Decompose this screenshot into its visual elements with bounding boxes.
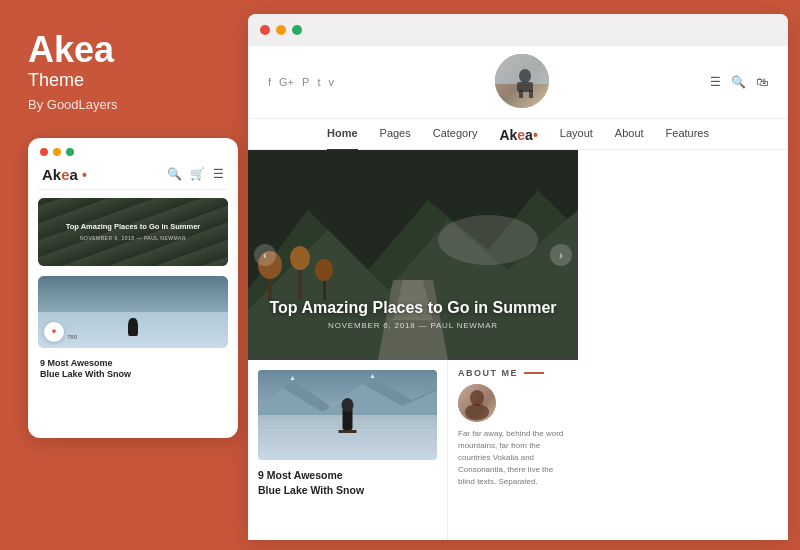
- slider-prev-button[interactable]: ‹: [254, 244, 276, 266]
- dot-yellow: [53, 148, 61, 156]
- hero-content: Top Amazing Places to Go in Summer NOVEM…: [248, 299, 578, 330]
- browser-topbar: [248, 14, 788, 46]
- nav-category[interactable]: Category: [433, 127, 478, 143]
- mobile-hero-card: Top Amazing Places to Go in Summer NOVEM…: [38, 198, 228, 266]
- figure-mobile: [128, 318, 138, 336]
- site-logo-center: [495, 54, 549, 110]
- lake-svg: [258, 370, 437, 460]
- dot-red: [40, 148, 48, 156]
- nav-home[interactable]: Home: [327, 127, 358, 143]
- googleplus-icon[interactable]: G+: [279, 76, 294, 88]
- bottom-left-title: 9 Most Awesome Blue Lake With Snow: [258, 468, 437, 497]
- social-icons: f G+ P t v: [268, 76, 334, 88]
- about-avatar-svg: [458, 384, 496, 422]
- hamburger-icon[interactable]: ☰: [710, 75, 721, 89]
- svg-rect-27: [339, 430, 357, 433]
- mobile-hero-meta: NOVEMBER 6, 2018 — PAUL NEWMAR: [80, 235, 186, 241]
- dot-green: [66, 148, 74, 156]
- site-header: f G+ P t v: [248, 46, 788, 119]
- main-left-col: Top Amazing Places to Go in Summer NOVEM…: [248, 150, 578, 540]
- mobile-like-count: 789: [67, 334, 77, 340]
- mobile-nav-icons: 🔍 🛒 ☰: [167, 167, 224, 181]
- nav-features[interactable]: Features: [666, 127, 709, 143]
- hero-title: Top Amazing Places to Go in Summer: [248, 299, 578, 317]
- mobile-nav: Akea • 🔍 🛒 ☰: [38, 164, 228, 190]
- mobile-mockup: Akea • 🔍 🛒 ☰ Top Amazing Places to Go in…: [28, 138, 238, 438]
- search-icon[interactable]: 🔍: [731, 75, 746, 89]
- svg-point-31: [470, 390, 484, 406]
- sidebar-about: ABOUT ME: [448, 360, 578, 540]
- brand-by: By GoodLayers: [28, 97, 225, 112]
- svg-rect-5: [529, 90, 533, 98]
- svg-point-29: [342, 398, 354, 412]
- svg-point-2: [519, 69, 531, 83]
- svg-point-32: [465, 404, 489, 420]
- nav-layout[interactable]: Layout: [560, 127, 593, 143]
- browser-dot-yellow[interactable]: [276, 25, 286, 35]
- hero-slider: Top Amazing Places to Go in Summer NOVEM…: [248, 150, 578, 360]
- header-right-icons: ☰ 🔍 🛍: [710, 75, 768, 89]
- site-main: Top Amazing Places to Go in Summer NOVEM…: [248, 150, 788, 540]
- twitter-icon[interactable]: t: [317, 76, 320, 88]
- avatar-svg: [495, 54, 549, 108]
- browser-panel: f G+ P t v: [248, 14, 788, 540]
- mobile-card-text: 9 Most Awesome Blue Lake With Snow: [38, 356, 228, 383]
- mobile-second-card: ♥ 789: [38, 276, 228, 348]
- about-line: [524, 372, 544, 374]
- nav-logo: Akea•: [499, 127, 537, 143]
- browser-dot-red[interactable]: [260, 25, 270, 35]
- bottom-area: 9 Most Awesome Blue Lake With Snow ABOUT…: [248, 360, 578, 540]
- about-label: ABOUT ME: [458, 368, 568, 378]
- pinterest-icon[interactable]: P: [302, 76, 309, 88]
- mobile-logo: Akea •: [42, 166, 87, 183]
- brand-title: Akea: [28, 30, 225, 70]
- lake-mountains-mobile: [38, 276, 228, 312]
- site-nav: Home Pages Category Akea• Layout About F…: [248, 119, 788, 150]
- mobile-card-title: 9 Most Awesome Blue Lake With Snow: [40, 358, 226, 381]
- vimeo-icon[interactable]: v: [328, 76, 334, 88]
- brand-subtitle: Theme: [28, 70, 225, 91]
- hero-meta: NOVEMBER 6, 2018 — PAUL NEWMAR: [248, 321, 578, 330]
- mobile-top-dots: [38, 148, 228, 156]
- search-icon[interactable]: 🔍: [167, 167, 182, 181]
- about-avatar: [458, 384, 496, 422]
- lake-image: [258, 370, 437, 460]
- mobile-like-btn[interactable]: ♥: [44, 322, 64, 342]
- facebook-icon[interactable]: f: [268, 76, 271, 88]
- bottom-left-card: 9 Most Awesome Blue Lake With Snow: [248, 360, 448, 540]
- mobile-hero-overlay: Top Amazing Places to Go in Summer NOVEM…: [38, 198, 228, 266]
- menu-icon[interactable]: ☰: [213, 167, 224, 181]
- avatar: [495, 54, 549, 108]
- mobile-hero-title: Top Amazing Places to Go in Summer: [66, 222, 201, 232]
- about-text: Far far away, behind the word mountains,…: [458, 428, 568, 488]
- left-panel: Akea Theme By GoodLayers Akea • 🔍 🛒 ☰ To…: [0, 0, 245, 550]
- nav-about[interactable]: About: [615, 127, 644, 143]
- nav-pages[interactable]: Pages: [380, 127, 411, 143]
- browser-dot-green[interactable]: [292, 25, 302, 35]
- svg-rect-4: [519, 90, 523, 98]
- cart-icon[interactable]: 🛒: [190, 167, 205, 181]
- slider-next-button[interactable]: ›: [550, 244, 572, 266]
- bag-icon[interactable]: 🛍: [756, 75, 768, 89]
